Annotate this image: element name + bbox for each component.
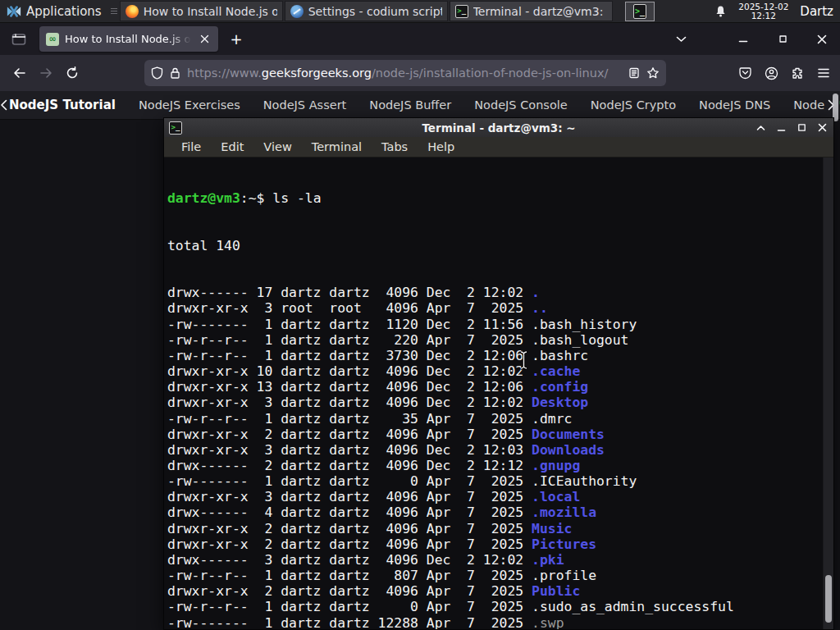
- terminal-window-controls: [754, 121, 829, 135]
- clock-time: 12:12: [738, 11, 788, 21]
- file-listing: drwx------ 17 dartz dartz 4096 Dec 2 12:…: [167, 285, 734, 629]
- subnav-item-nodejs-dns[interactable]: NodeJS DNS: [699, 98, 770, 112]
- account-icon[interactable]: [765, 66, 778, 80]
- file-name: .: [532, 285, 540, 300]
- reader-mode-icon[interactable]: [628, 67, 640, 79]
- rollup-window-icon[interactable]: [754, 121, 767, 135]
- file-name: Documents: [532, 427, 605, 442]
- minimize-window-icon[interactable]: [733, 30, 753, 49]
- terminal-icon: >_: [169, 121, 182, 135]
- window-button-firefox[interactable]: How to Install Node.js o...: [120, 1, 283, 21]
- tray-terminal-icon[interactable]: >_: [625, 2, 655, 21]
- subnav-item-nodejs-exercises[interactable]: NodeJS Exercises: [139, 98, 240, 112]
- firefox-icon: [126, 5, 139, 18]
- file-name: .sudo_as_admin_successful: [532, 599, 734, 614]
- menu-view[interactable]: View: [254, 139, 300, 155]
- close-window-icon[interactable]: [812, 30, 832, 49]
- total-line: total 140: [167, 238, 734, 253]
- terminal-icon: >_: [455, 5, 468, 18]
- back-button[interactable]: [7, 60, 33, 86]
- file-name: Public: [532, 583, 580, 599]
- file-name: Downloads: [532, 442, 605, 458]
- subnav-item-nodejs-console[interactable]: NodeJS Console: [474, 98, 568, 112]
- file-name: Desktop: [532, 395, 588, 410]
- listing-row: drwxr-xr-x 3 dartz dartz 4096 Dec 2 12:0…: [167, 395, 734, 410]
- tracking-shield-icon[interactable]: [151, 66, 163, 80]
- window-controls: [671, 23, 840, 55]
- bookmark-star-icon[interactable]: [646, 66, 660, 80]
- subnav-item-nodejs-assert[interactable]: NodeJS Assert: [263, 98, 347, 112]
- terminal-scrollbar[interactable]: [823, 158, 833, 629]
- geeksforgeeks-favicon: ∞: [46, 33, 59, 46]
- new-tab-button[interactable]: +: [225, 28, 248, 51]
- list-all-tabs-chevron-icon[interactable]: [671, 30, 691, 49]
- menu-tabs[interactable]: Tabs: [372, 139, 417, 155]
- site-subnav: NodeJS Tutorial NodeJS ExercisesNodeJS A…: [0, 91, 840, 120]
- forward-button[interactable]: [33, 60, 59, 86]
- file-name: Music: [532, 521, 572, 536]
- firefox-view-icon: [11, 33, 26, 46]
- hamburger-menu-icon[interactable]: [817, 67, 830, 79]
- user-menu[interactable]: Dartz: [800, 4, 833, 19]
- file-name: .dmrc: [532, 411, 572, 427]
- reload-button[interactable]: [59, 60, 85, 86]
- subnav-scroll-left-icon[interactable]: [0, 99, 7, 111]
- listing-row: drwxr-xr-x 13 dartz dartz 4096 Dec 2 12:…: [167, 379, 734, 395]
- xfce-logo-icon: [7, 6, 21, 17]
- tab-close-icon[interactable]: [197, 32, 212, 47]
- menu-help[interactable]: Help: [418, 139, 463, 155]
- pocket-save-icon[interactable]: [738, 66, 752, 80]
- notification-bell-icon[interactable]: [714, 5, 727, 18]
- listing-row: drwxr-xr-x 3 root root 4096 Apr 7 2025 .…: [167, 300, 734, 316]
- listing-row: drwx------ 17 dartz dartz 4096 Dec 2 12:…: [167, 285, 734, 300]
- toolbar-extension-area: [738, 55, 840, 91]
- menu-terminal[interactable]: Terminal: [303, 139, 371, 155]
- menu-edit[interactable]: Edit: [212, 139, 253, 155]
- url-text[interactable]: https://www.geeksforgeeks.org/node-js/in…: [187, 66, 622, 80]
- minimize-window-icon[interactable]: [774, 121, 788, 135]
- browser-tab[interactable]: ∞ How to Install Node.js on: [39, 26, 218, 52]
- maximize-window-icon[interactable]: [773, 30, 792, 49]
- menu-file[interactable]: File: [172, 139, 210, 155]
- listing-row: drwxr-xr-x 10 dartz dartz 4096 Dec 2 12:…: [167, 363, 734, 379]
- listing-row: -rw-r--r-- 1 dartz dartz 807 Apr 7 2025 …: [167, 568, 734, 583]
- close-window-icon[interactable]: [815, 121, 829, 135]
- lock-icon[interactable]: [170, 66, 180, 80]
- terminal-scrollbar-thumb[interactable]: [825, 575, 832, 623]
- subnav-item-nodejs-buffer[interactable]: NodeJS Buffer: [369, 98, 451, 112]
- file-name: .local: [532, 489, 580, 504]
- terminal-output: dartz@vm3:~$ ls -la total 140 drwx------…: [167, 159, 734, 629]
- listing-row: drwxr-xr-x 2 dartz dartz 4096 Apr 7 2025…: [167, 521, 734, 536]
- firefox-view-button[interactable]: [7, 29, 31, 50]
- applications-menu-button[interactable]: Applications: [0, 0, 108, 22]
- listing-row: drwxr-xr-x 3 dartz dartz 4096 Apr 7 2025…: [167, 489, 734, 504]
- listing-row: drwx------ 3 dartz dartz 4096 Dec 2 12:0…: [167, 552, 734, 568]
- window-button-terminal[interactable]: >_Terminal - dartz@vm3: ~: [450, 1, 613, 21]
- subnav-item-node[interactable]: Node: [793, 98, 824, 112]
- file-name: Pictures: [532, 536, 596, 552]
- url-bar[interactable]: https://www.geeksforgeeks.org/node-js/in…: [144, 60, 666, 86]
- window-button-list: How to Install Node.js o...Settings - co…: [120, 0, 613, 22]
- file-name: .ICEauthority: [532, 473, 637, 489]
- file-name: .cache: [532, 363, 580, 379]
- file-name: .pki: [532, 552, 564, 568]
- panel-clock[interactable]: 2025-12-02 12:12: [738, 2, 788, 21]
- listing-row: drwxr-xr-x 3 dartz dartz 4096 Dec 2 12:0…: [167, 442, 734, 458]
- file-name: .bash_logout: [532, 332, 628, 348]
- terminal-title: Terminal - dartz@vm3: ~: [164, 121, 833, 135]
- extensions-puzzle-icon[interactable]: [791, 66, 805, 80]
- window-button-codium[interactable]: Settings - codium script...: [285, 1, 448, 21]
- subnav-item-active[interactable]: NodeJS Tutorial: [9, 98, 116, 112]
- listing-row: drwx------ 4 dartz dartz 4096 Apr 7 2025…: [167, 504, 734, 520]
- listing-row: -rw-r--r-- 1 dartz dartz 220 Apr 7 2025 …: [167, 332, 734, 348]
- terminal-viewport[interactable]: dartz@vm3:~$ ls -la total 140 drwx------…: [164, 158, 833, 629]
- codium-icon: [290, 5, 304, 18]
- subnav-item-nodejs-crypto[interactable]: NodeJS Crypto: [591, 98, 676, 112]
- maximize-window-icon[interactable]: [795, 121, 808, 135]
- panel-status-area: 2025-12-02 12:12 Dartz: [714, 0, 840, 23]
- listing-row: drwxr-xr-x 2 dartz dartz 4096 Apr 7 2025…: [167, 427, 734, 442]
- terminal-titlebar[interactable]: >_ Terminal - dartz@vm3: ~: [164, 118, 833, 137]
- listing-row: drwxr-xr-x 2 dartz dartz 4096 Apr 7 2025…: [167, 583, 734, 599]
- terminal-menubar: FileEditViewTerminalTabsHelp: [164, 137, 833, 158]
- terminal-window: >_ Terminal - dartz@vm3: ~ FileEditViewT…: [163, 117, 834, 630]
